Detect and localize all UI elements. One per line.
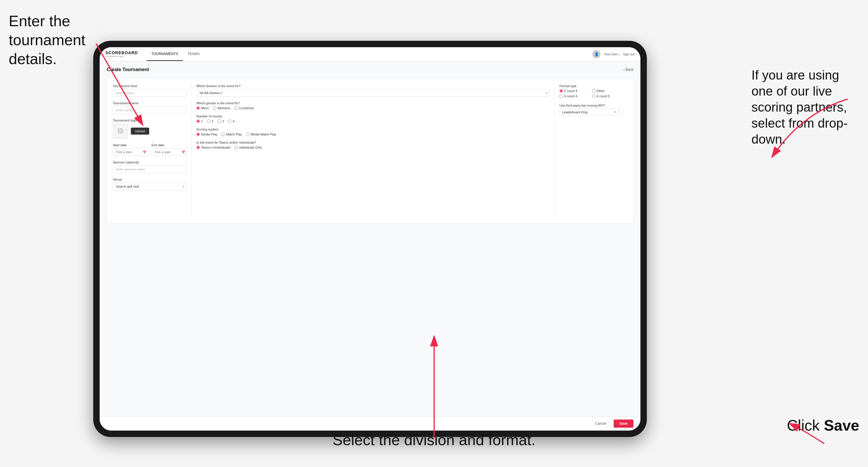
end-date-input[interactable] bbox=[152, 148, 187, 156]
live-scoring-group: Use third-party live scoring API? Leader… bbox=[559, 104, 623, 115]
page-title: Create Tournament bbox=[106, 67, 149, 72]
format-5count4-radio[interactable] bbox=[559, 89, 563, 93]
annotation-topleft: Enter the tournament details. bbox=[9, 12, 99, 68]
tab-teams[interactable]: TEAMS bbox=[183, 47, 204, 61]
venue-select[interactable]: Search golf club bbox=[113, 183, 187, 190]
round-3-radio[interactable] bbox=[217, 119, 221, 123]
live-scoring-label: Use third-party live scoring API? bbox=[559, 104, 623, 107]
scoring-match[interactable]: Match Play bbox=[221, 132, 242, 136]
tab-tournaments[interactable]: TOURNAMENTS bbox=[147, 47, 183, 61]
cancel-button[interactable]: Cancel bbox=[591, 419, 611, 428]
format-6count5[interactable]: 6 count 5 bbox=[592, 94, 623, 98]
format-5count4[interactable]: 5 count 4 bbox=[559, 89, 590, 93]
scoring-medal[interactable]: Medal Match Play bbox=[246, 132, 276, 136]
format-type-label: Format type bbox=[559, 84, 623, 88]
scoring-match-label: Match Play bbox=[226, 132, 242, 136]
format-other-radio[interactable] bbox=[592, 89, 595, 93]
annotation-bottomright: Click Save bbox=[787, 416, 859, 435]
live-scoring-input[interactable]: Leaderboard King ✕ ⌃ bbox=[559, 109, 623, 115]
scoring-match-radio[interactable] bbox=[221, 132, 225, 136]
round-1-radio[interactable] bbox=[196, 119, 200, 123]
upload-button[interactable]: Upload bbox=[131, 128, 149, 134]
format-6count5-label: 6 count 5 bbox=[597, 94, 610, 98]
event-individuals[interactable]: Individuals Only bbox=[235, 146, 262, 149]
gender-group: Which gender is the event for? Mens Wome… bbox=[196, 101, 550, 110]
rounds-radio-group: 1 2 3 bbox=[196, 119, 550, 123]
venue-select-wrapper: Search golf club bbox=[113, 183, 187, 190]
annotation-bottomright-prefix: Click bbox=[787, 417, 824, 434]
start-date-input[interactable] bbox=[113, 148, 148, 156]
gender-combined-label: Combined bbox=[239, 106, 253, 110]
date-fields: Start date End date bbox=[113, 143, 187, 156]
annotation-topright: If you are using one of our live scoring… bbox=[751, 67, 859, 147]
format-6count4[interactable]: 6 count 4 bbox=[559, 94, 590, 98]
gender-womens[interactable]: Womens bbox=[213, 106, 230, 110]
scoring-medal-label: Medal Match Play bbox=[251, 132, 276, 136]
format-6count5-radio[interactable] bbox=[592, 94, 595, 98]
round-1[interactable]: 1 bbox=[196, 119, 203, 123]
form-col-1: Tournament Host Tournament name Tourname… bbox=[113, 84, 191, 218]
live-scoring-clear-icon[interactable]: ✕ ⌃ bbox=[614, 110, 620, 114]
scoring-medal-radio[interactable] bbox=[246, 132, 250, 136]
tournament-logo-group: Tournament logo 🖼 Upload bbox=[113, 119, 187, 139]
division-label: Which division is the event for? bbox=[196, 84, 550, 88]
back-link[interactable]: ‹ Back bbox=[624, 68, 633, 72]
scoring-stroke-radio[interactable] bbox=[196, 132, 200, 136]
event-individuals-radio[interactable] bbox=[235, 146, 238, 149]
round-3-label: 3 bbox=[222, 119, 224, 123]
gender-combined-radio[interactable] bbox=[234, 106, 238, 110]
venue-group: Venue Search golf club bbox=[113, 178, 187, 190]
gender-combined[interactable]: Combined bbox=[234, 106, 253, 110]
logo-title: SCOREBOARD bbox=[105, 51, 138, 55]
gender-mens-label: Mens bbox=[201, 106, 209, 110]
tournament-host-group: Tournament Host bbox=[113, 84, 187, 97]
form-col-3: Format type 5 count 4 Other bbox=[555, 84, 627, 218]
event-teams-radio[interactable] bbox=[196, 146, 200, 149]
division-select-wrapper: NCAA Division I bbox=[196, 89, 550, 97]
logo-sub: Powered by clipp! bbox=[105, 55, 138, 58]
save-button[interactable]: Save bbox=[614, 419, 633, 428]
event-teams-label: Teams (+Individuals) bbox=[201, 146, 230, 149]
tournament-host-input[interactable] bbox=[113, 89, 187, 97]
gender-mens[interactable]: Mens bbox=[196, 106, 209, 110]
tablet-screen: SCOREBOARD Powered by clipp! TOURNAMENTS… bbox=[100, 47, 641, 431]
format-6count4-label: 6 count 4 bbox=[564, 94, 577, 98]
round-4[interactable]: 4 bbox=[228, 119, 234, 123]
round-4-radio[interactable] bbox=[228, 119, 231, 123]
start-date-group: Start date bbox=[113, 143, 148, 156]
event-individuals-label: Individuals Only bbox=[239, 146, 262, 149]
signout-link[interactable]: Sign out bbox=[623, 53, 634, 56]
gender-mens-radio[interactable] bbox=[196, 106, 200, 110]
annotation-bottom: Select the division and format. bbox=[333, 431, 535, 449]
tablet-frame: SCOREBOARD Powered by clipp! TOURNAMENTS… bbox=[93, 41, 647, 437]
rounds-group: Number of rounds 1 2 bbox=[196, 115, 550, 123]
scoring-radio-group: Stroke Play Match Play Medal Match Play bbox=[196, 132, 550, 136]
tournament-name-input[interactable] bbox=[113, 106, 187, 114]
round-1-label: 1 bbox=[201, 119, 203, 123]
gender-womens-radio[interactable] bbox=[213, 106, 216, 110]
user-text: Test User | bbox=[604, 53, 619, 56]
sponsor-input[interactable] bbox=[113, 165, 187, 173]
nav-right: 👤 Test User | Sign out bbox=[592, 50, 634, 58]
venue-label: Venue bbox=[113, 178, 187, 181]
round-2-radio[interactable] bbox=[207, 119, 210, 123]
bottom-bar: Cancel Save bbox=[100, 416, 641, 431]
dates-group: Start date End date bbox=[113, 143, 187, 156]
format-type-group: Format type 5 count 4 Other bbox=[559, 84, 623, 98]
event-teams[interactable]: Teams (+Individuals) bbox=[196, 146, 230, 149]
format-other-label: Other bbox=[597, 89, 605, 93]
live-scoring-value: Leaderboard King bbox=[562, 111, 614, 114]
format-other[interactable]: Other bbox=[592, 89, 623, 93]
division-select[interactable]: NCAA Division I bbox=[196, 89, 550, 97]
round-3[interactable]: 3 bbox=[217, 119, 224, 123]
event-type-group: Is this event for Teams and/or Individua… bbox=[196, 141, 550, 149]
scoring-stroke[interactable]: Stroke Play bbox=[196, 132, 217, 136]
event-type-radio-group: Teams (+Individuals) Individuals Only bbox=[196, 146, 550, 149]
format-5count4-label: 5 count 4 bbox=[564, 89, 577, 93]
round-2[interactable]: 2 bbox=[207, 119, 213, 123]
nav-bar: SCOREBOARD Powered by clipp! TOURNAMENTS… bbox=[100, 47, 641, 61]
format-6count4-radio[interactable] bbox=[559, 94, 563, 98]
tournament-logo-label: Tournament logo bbox=[113, 119, 187, 122]
tournament-host-label: Tournament Host bbox=[113, 84, 187, 88]
end-date-group: End date bbox=[152, 143, 187, 156]
